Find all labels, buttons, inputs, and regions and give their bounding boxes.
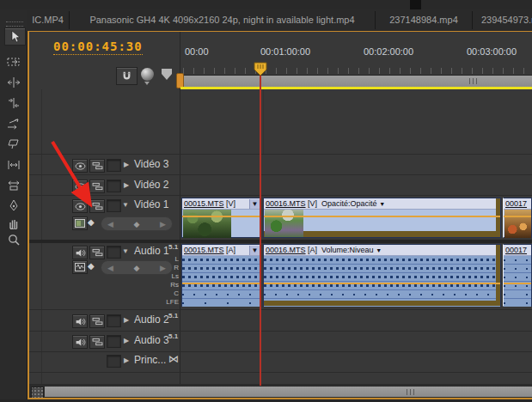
tool-track-select[interactable] <box>3 54 23 70</box>
panel-grip[interactable] <box>6 21 23 27</box>
audio1-show-keyframes-button[interactable]: ◆ <box>88 261 95 271</box>
tool-ripple-edit[interactable] <box>3 75 23 90</box>
hscroll-left-grip[interactable] <box>31 387 44 399</box>
effect-dropdown-icon[interactable]: ▼ <box>379 201 385 207</box>
viewing-area-bar[interactable] <box>183 76 532 87</box>
video2-toggle-visibility-button[interactable] <box>72 180 88 193</box>
marker-dropdown-icon[interactable] <box>144 82 150 85</box>
clip-video-00016-selected[interactable]: 00016.MTS [V] Opacité:Opacité ▼ <box>263 198 501 238</box>
audio2-channel-format-badge: 5.1 <box>168 312 178 320</box>
master-expand-icon[interactable]: ▶ <box>124 357 129 364</box>
tool-zoom[interactable] <box>3 232 23 247</box>
video3-lock-box[interactable] <box>107 159 121 172</box>
video1-sync-lock-button[interactable] <box>89 199 105 213</box>
audio3-lock-box[interactable] <box>107 335 121 348</box>
audio3-track-label[interactable]: Audio 3 <box>134 334 169 346</box>
prev-keyframe-icon[interactable]: ◀ <box>107 262 113 274</box>
audio2-sync-lock-button[interactable] <box>89 314 105 328</box>
clip-title-dropdown-icon[interactable]: ▼ <box>249 199 260 209</box>
audio2-toggle-mute-button[interactable] <box>72 314 88 328</box>
master-downmix-icon[interactable]: ⋈ <box>168 353 179 365</box>
tool-hand[interactable] <box>3 216 23 231</box>
sequence-tab-bar: IC.MP4 Panasonic GH4 4K 4096x2160 24p, n… <box>27 9 532 31</box>
tab-sequence-3[interactable]: 237148984.mp4 <box>376 9 472 31</box>
audio3-sync-lock-button[interactable] <box>89 335 105 349</box>
tool-rolling-edit[interactable] <box>3 95 23 111</box>
volume-rubber-band[interactable] <box>182 283 260 284</box>
add-keyframe-icon[interactable]: ◆ <box>134 262 140 274</box>
add-keyframe-icon[interactable]: ◆ <box>134 218 140 230</box>
clip-title-dropdown-icon[interactable]: ▼ <box>249 246 260 255</box>
video1-display-style-button[interactable] <box>72 216 88 230</box>
video3-track-label[interactable]: Vidéo 3 <box>134 158 168 170</box>
clip-audio-00017[interactable]: 00017 <box>503 244 532 307</box>
hscroll-grip-icon[interactable] <box>407 389 414 395</box>
tool-razor[interactable] <box>3 137 23 152</box>
timecode-display[interactable]: 00:00:45:30 <box>53 40 143 55</box>
video3-toggle-visibility-button[interactable] <box>72 159 88 173</box>
panel-focus-border <box>28 398 532 399</box>
audio1-lock-box[interactable] <box>107 246 121 259</box>
clip-audio-00016-selected[interactable]: 00016.MTS [A] Volume:Niveau ▼ <box>263 244 501 307</box>
snap-button[interactable] <box>116 67 138 85</box>
clip-title: 00016.MTS [A] Volume:Niveau ▼ <box>264 245 500 256</box>
video3-sync-lock-button[interactable] <box>89 159 105 173</box>
volume-rubber-band[interactable] <box>504 283 531 284</box>
video2-expand-icon[interactable]: ▶ <box>124 182 129 189</box>
tool-pen[interactable] <box>3 198 23 213</box>
audio2-track-label[interactable]: Audio 2 <box>134 314 169 326</box>
master-track-label[interactable]: Princ... <box>134 354 166 366</box>
video1-lock-box[interactable] <box>107 199 121 212</box>
video2-sync-lock-button[interactable] <box>89 180 105 193</box>
tools-panel <box>0 9 28 402</box>
video2-track-label[interactable]: Vidéo 2 <box>134 179 168 191</box>
clip-video-00017[interactable]: 00017 <box>503 198 532 238</box>
video1-collapse-icon[interactable]: ▼ <box>122 202 129 209</box>
ruler-label-2: 00:02:00:00 <box>364 46 413 57</box>
tool-slide[interactable] <box>3 178 23 193</box>
tab-sequence-4[interactable]: 239454973.m <box>473 9 532 31</box>
video1-toggle-visibility-button[interactable] <box>72 199 88 213</box>
tool-rate-stretch[interactable] <box>3 116 23 131</box>
audio1-toggle-mute-button[interactable] <box>72 246 88 259</box>
clip-video-00015[interactable]: 00015.MTS [V] ▼ <box>181 198 261 238</box>
video1-track-label[interactable]: Vidéo 1 <box>134 198 168 210</box>
audio2-lock-box[interactable] <box>107 314 121 327</box>
audio3-toggle-mute-button[interactable] <box>72 335 88 349</box>
hscroll-bar[interactable] <box>45 387 532 397</box>
tool-slip[interactable] <box>3 157 23 173</box>
audio2-expand-icon[interactable]: ▶ <box>124 317 129 324</box>
effect-dropdown-icon[interactable]: ▼ <box>376 247 382 253</box>
premiere-timeline-screenshot: IC.MP4 Panasonic GH4 4K 4096x2160 24p, n… <box>0 0 532 402</box>
volume-rubber-band[interactable] <box>264 283 500 284</box>
tab-sequence-2[interactable]: Panasonic GH4 4K 4096x2160 24p, night in… <box>70 9 375 31</box>
waveform-Ls <box>182 273 260 282</box>
clip-audio-00015[interactable]: 00015.MTS [A] ▼ <box>181 244 261 307</box>
playhead-marker[interactable] <box>254 62 267 76</box>
viewing-bar-grip-icon[interactable] <box>469 78 477 84</box>
opacity-rubber-band[interactable] <box>264 216 500 217</box>
audio3-expand-icon[interactable]: ▶ <box>124 338 129 344</box>
track-divider <box>29 331 532 332</box>
video2-lock-box[interactable] <box>107 180 121 192</box>
clip-title: 00017 <box>504 198 531 210</box>
waveform-channels <box>182 256 260 306</box>
next-keyframe-icon[interactable]: ▶ <box>160 218 166 230</box>
video3-expand-icon[interactable]: ▶ <box>124 161 129 168</box>
prev-keyframe-icon[interactable]: ◀ <box>107 218 113 230</box>
master-lock-box[interactable] <box>107 355 121 368</box>
opacity-rubber-band[interactable] <box>504 216 531 217</box>
tab-sequence-1[interactable]: IC.MP4 <box>27 9 69 31</box>
video1-show-keyframes-button[interactable]: ◆ <box>88 217 95 227</box>
time-ruler[interactable]: 00:00 00:01:00:00 00:02:00:00 00:03:00:0… <box>180 32 532 76</box>
video1-keyframe-navigator[interactable]: ◀ ◆ ▶ <box>101 216 173 231</box>
timeline-menu-arrow-icon[interactable] <box>162 69 172 80</box>
video-audio-divider <box>29 240 532 243</box>
audio1-display-style-button[interactable] <box>72 260 88 274</box>
marker-button[interactable] <box>141 68 154 81</box>
tool-selection[interactable] <box>4 27 26 46</box>
audio1-collapse-icon[interactable]: ▼ <box>122 248 129 255</box>
audio1-sync-lock-button[interactable] <box>89 246 105 259</box>
opacity-rubber-band[interactable] <box>182 216 260 217</box>
playhead-line[interactable] <box>260 76 261 386</box>
